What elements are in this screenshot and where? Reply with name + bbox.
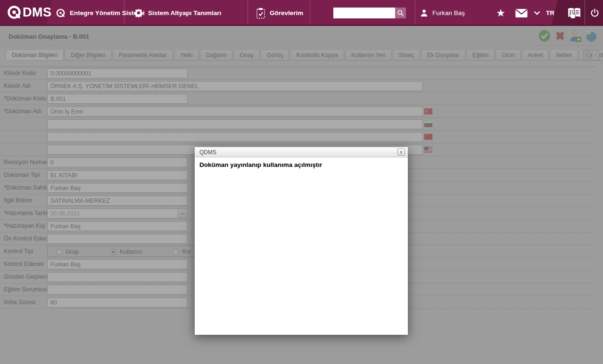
nav-separator xyxy=(415,0,415,26)
tasks-clipboard-icon xyxy=(256,8,265,19)
dialog-close-button[interactable]: x xyxy=(397,149,405,156)
language-dropdown[interactable] xyxy=(532,0,542,26)
messages-button[interactable] xyxy=(512,0,531,26)
dialog-title: QDMS xyxy=(199,149,216,156)
nav-separator xyxy=(585,0,585,26)
dialog-body: Doküman yayınlanıp kullanıma açılmıştır xyxy=(195,157,408,172)
user-guide-button[interactable] xyxy=(564,0,585,26)
dialog-titlebar: QDMS x xyxy=(195,147,408,157)
open-book-icon xyxy=(567,7,581,19)
top-navbar: DMS Entegre Yönetim Sistemi Sistem Altya… xyxy=(0,0,603,26)
menu-label: Sistem Altyapı Tanımları xyxy=(148,9,221,17)
power-icon xyxy=(590,8,600,18)
qdms-message-dialog: QDMS x Doküman yayınlanıp kullanıma açıl… xyxy=(195,147,408,335)
search-icon xyxy=(397,9,404,17)
envelope-icon xyxy=(515,8,528,18)
menu-entegre-yonetim-sistemi[interactable]: Entegre Yönetim Sistemi xyxy=(56,0,145,26)
integrated-system-icon xyxy=(56,8,66,18)
logout-button[interactable] xyxy=(586,0,603,26)
gear-icon xyxy=(133,8,144,18)
user-menu[interactable]: Furkan Baş xyxy=(420,0,465,26)
logo-text: DMS xyxy=(23,5,52,20)
global-search-input[interactable] xyxy=(333,8,395,18)
search-button[interactable] xyxy=(395,8,406,18)
chevron-down-icon xyxy=(534,11,540,15)
nav-separator xyxy=(248,0,248,26)
qdms-logo-icon xyxy=(7,5,22,20)
qdms-logo[interactable]: DMS xyxy=(7,5,52,20)
menu-sistem-altyapi-tanimlari[interactable]: Sistem Altyapı Tanımları xyxy=(133,0,221,26)
menu-label: Görevlerim xyxy=(270,9,303,17)
user-icon xyxy=(420,8,429,17)
star-icon: ★ xyxy=(496,7,505,19)
dialog-message: Doküman yayınlanıp kullanıma açılmıştır xyxy=(199,161,403,168)
nav-separator xyxy=(310,0,310,26)
user-name: Furkan Baş xyxy=(432,9,465,17)
favorites-button[interactable]: ★ xyxy=(493,0,509,26)
menu-gorevlerim[interactable]: Görevlerim xyxy=(256,0,303,26)
